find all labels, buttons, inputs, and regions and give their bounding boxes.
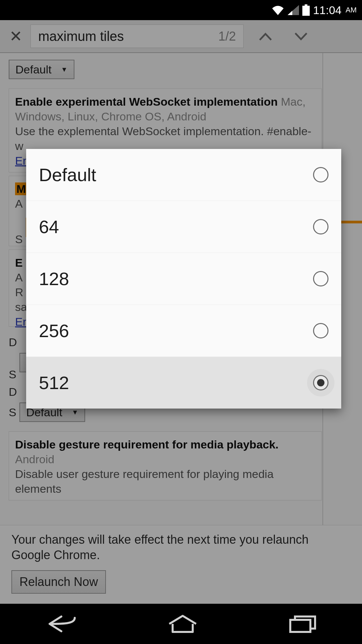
select-option[interactable]: 512 bbox=[26, 357, 341, 409]
back-icon[interactable] bbox=[43, 614, 80, 634]
radio-icon bbox=[313, 323, 328, 338]
radio-icon bbox=[313, 167, 328, 182]
select-option[interactable]: 128 bbox=[26, 253, 341, 305]
battery-icon bbox=[302, 4, 310, 16]
svg-rect-1 bbox=[302, 6, 310, 16]
system-nav-bar bbox=[0, 604, 362, 644]
option-label: 128 bbox=[39, 268, 69, 289]
home-icon[interactable] bbox=[166, 614, 199, 634]
option-label: 256 bbox=[39, 320, 69, 341]
cell-signal-icon bbox=[288, 5, 299, 15]
recents-icon[interactable] bbox=[286, 614, 319, 634]
clock-time: 11:04 bbox=[313, 4, 342, 17]
option-label: 512 bbox=[39, 372, 69, 393]
clock-ampm: AM bbox=[346, 6, 357, 14]
select-option[interactable]: 64 bbox=[26, 201, 341, 253]
option-label: Default bbox=[39, 164, 96, 185]
select-dialog: Default 64 128 256 512 bbox=[26, 149, 341, 409]
svg-rect-0 bbox=[305, 4, 307, 6]
wifi-icon bbox=[272, 5, 284, 15]
radio-icon-selected bbox=[313, 375, 328, 390]
svg-rect-2 bbox=[290, 620, 310, 632]
select-option[interactable]: 256 bbox=[26, 305, 341, 357]
radio-icon bbox=[313, 219, 328, 234]
status-bar: 11:04 AM bbox=[0, 0, 362, 20]
radio-icon bbox=[313, 271, 328, 286]
option-label: 64 bbox=[39, 216, 59, 237]
select-option[interactable]: Default bbox=[26, 149, 341, 201]
